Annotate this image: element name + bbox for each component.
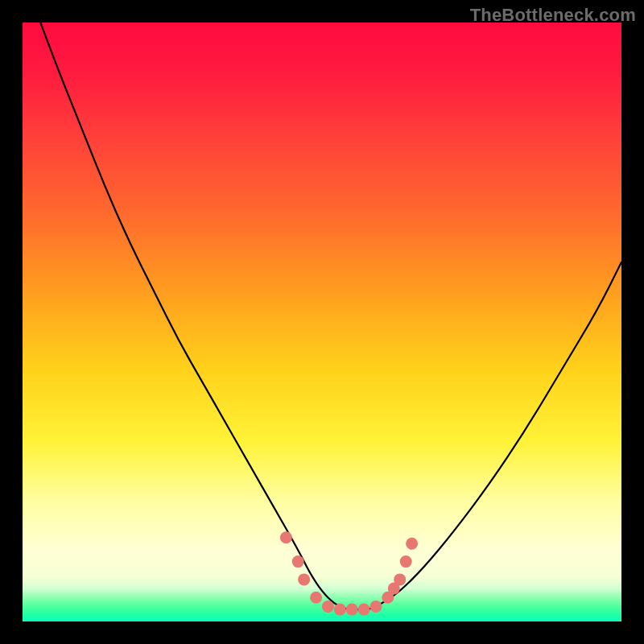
bottleneck-curve xyxy=(40,23,621,609)
attribution-text: TheBottleneck.com xyxy=(470,5,636,26)
marker-dots xyxy=(280,531,418,615)
marker-dot xyxy=(400,555,412,568)
marker-dot xyxy=(382,592,394,604)
marker-dot xyxy=(358,604,370,616)
marker-dot xyxy=(370,601,382,613)
marker-dot xyxy=(280,531,292,543)
marker-dot xyxy=(292,555,304,568)
curve-svg xyxy=(23,23,621,621)
marker-dot xyxy=(322,601,334,613)
marker-dot xyxy=(334,604,346,616)
marker-dot xyxy=(310,592,322,604)
marker-dot xyxy=(388,583,400,595)
marker-dot xyxy=(394,573,406,585)
marker-dot xyxy=(346,604,358,616)
marker-dot xyxy=(406,538,418,550)
plot-area xyxy=(23,23,621,621)
marker-dot xyxy=(298,573,310,585)
chart-frame: TheBottleneck.com xyxy=(0,0,644,644)
